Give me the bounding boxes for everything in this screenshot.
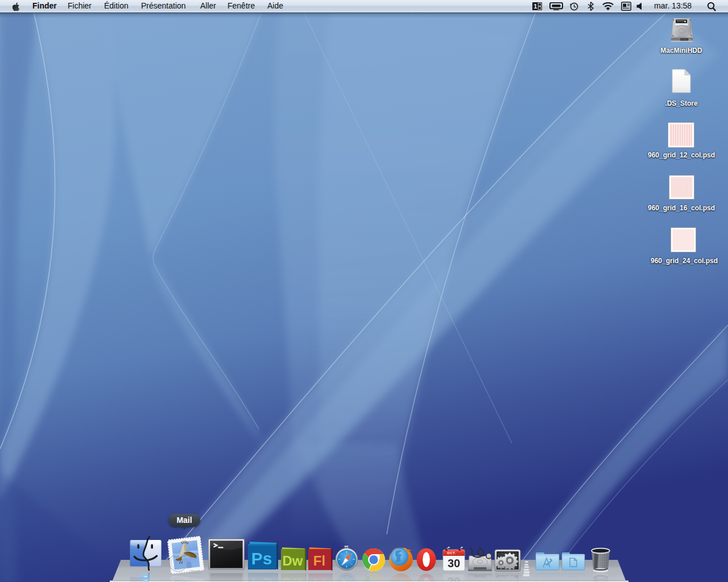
svg-text:OCT.: OCT.	[447, 551, 456, 555]
svg-text:Fl: Fl	[313, 553, 325, 568]
svg-text:Ps: Ps	[251, 549, 272, 568]
svg-text:Dw: Dw	[283, 553, 303, 568]
svg-text:1: 1	[533, 3, 537, 10]
svg-text:30: 30	[448, 557, 460, 569]
